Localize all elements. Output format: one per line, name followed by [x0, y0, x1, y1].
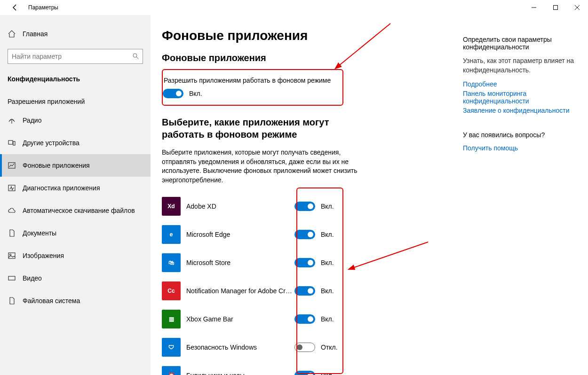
sidebar-item-icon [8, 251, 23, 260]
sidebar-item-3[interactable]: Диагностика приложения [0, 177, 151, 199]
svg-rect-9 [8, 253, 15, 258]
app-icon: Xd [162, 197, 181, 216]
app-row: ⏰Будильники и часыВкл. [162, 361, 463, 375]
app-list: XdAdobe XDВкл.eMicrosoft EdgeВкл.🛍Micros… [162, 192, 463, 375]
app-row: eMicrosoft EdgeВкл. [162, 220, 463, 249]
app-toggle-label: Вкл. [321, 259, 334, 266]
app-icon: 🛍 [162, 253, 181, 272]
window-controls [523, 0, 588, 15]
info-sub: Узнать, как этот параметр влияет на конф… [463, 56, 580, 75]
sidebar-item-4[interactable]: Автоматическое скачивание файлов [0, 199, 151, 222]
app-row: 🛡Безопасность WindowsОткл. [162, 333, 463, 361]
app-name: Microsoft Store [186, 259, 294, 266]
sidebar-home[interactable]: Главная [0, 23, 151, 45]
app-toggle[interactable] [294, 202, 315, 211]
sidebar-item-label: Радио [23, 117, 41, 124]
sidebar-item-icon [8, 274, 23, 282]
allow-label: Разрешить приложениям работать в фоновом… [163, 77, 335, 84]
svg-point-2 [133, 54, 137, 57]
sidebar-item-icon [8, 206, 23, 215]
minimize-button[interactable] [523, 0, 545, 15]
app-toggle-label: Вкл. [321, 315, 334, 323]
back-button[interactable] [8, 4, 23, 11]
sidebar-item-icon [8, 297, 23, 305]
info-title: Определить свои параметры конфиденциальн… [463, 36, 580, 51]
sidebar-item-icon [8, 139, 23, 147]
app-row: ▥Xbox Game BarВкл. [162, 305, 463, 333]
app-icon: e [162, 225, 181, 244]
titlebar: Параметры [0, 0, 588, 15]
app-toggle-label: Откл. [321, 344, 338, 351]
app-toggle-label: Вкл. [321, 203, 334, 210]
app-name: Безопасность Windows [186, 344, 294, 351]
info-link-1[interactable]: Панель мониторинга конфиденциальности [463, 90, 580, 105]
svg-point-10 [10, 254, 11, 256]
app-toggle[interactable] [294, 371, 315, 375]
master-toggle[interactable] [163, 89, 183, 98]
main-content: Фоновые приложения Фоновые приложения Ра… [151, 15, 588, 375]
sidebar-item-label: Изображения [23, 252, 64, 259]
app-row: CcNotification Manager for Adobe Cre…Вкл… [162, 277, 463, 305]
app-toggle-label: Вкл. [321, 372, 334, 375]
app-name: Будильники и часы [186, 372, 294, 375]
search-box[interactable] [8, 49, 143, 64]
app-icon: 🛡 [162, 338, 181, 357]
sidebar: Главная Конфиденциальность Разрешения пр… [0, 15, 151, 375]
sidebar-item-5[interactable]: Документы [0, 222, 151, 244]
section-title-2: Выберите, какие приложения могут работат… [162, 116, 364, 141]
sidebar-item-icon [8, 229, 23, 237]
sidebar-item-7[interactable]: Видео [0, 267, 151, 289]
svg-rect-1 [554, 6, 558, 10]
app-toggle-label: Вкл. [321, 287, 334, 295]
master-toggle-callout: Разрешить приложениям работать в фоновом… [162, 69, 343, 106]
sidebar-item-label: Автоматическое скачивание файлов [23, 207, 135, 214]
home-label: Главная [23, 30, 48, 38]
window-title: Параметры [28, 4, 58, 11]
info-link-2[interactable]: Заявление о конфиденциальности [463, 107, 580, 114]
search-icon [132, 53, 139, 61]
svg-rect-6 [13, 141, 15, 145]
sidebar-item-icon [8, 116, 23, 125]
sidebar-item-2[interactable]: Фоновые приложения [0, 154, 151, 177]
sidebar-item-label: Файловая система [23, 297, 80, 305]
svg-rect-11 [8, 276, 15, 280]
info-link-0[interactable]: Подробнее [463, 80, 580, 88]
sidebar-item-label: Другие устройства [23, 139, 79, 147]
search-input[interactable] [12, 53, 132, 60]
sidebar-item-label: Документы [23, 229, 56, 237]
app-row: 🛍Microsoft StoreВкл. [162, 249, 463, 277]
sidebar-item-label: Видео [23, 274, 42, 282]
back-arrow-icon [11, 4, 19, 11]
sidebar-item-0[interactable]: Радио [0, 109, 151, 132]
app-icon: ⏰ [162, 366, 181, 375]
sidebar-item-8[interactable]: Файловая система [0, 289, 151, 312]
info-q-label: У вас появились вопросы? [463, 131, 580, 139]
app-icon: ▥ [162, 310, 181, 328]
master-toggle-label: Вкл. [189, 90, 202, 97]
maximize-button[interactable] [545, 0, 566, 15]
app-toggle[interactable] [294, 230, 315, 239]
info-panel: Определить свои параметры конфиденциальн… [463, 28, 580, 375]
sidebar-item-icon [8, 184, 23, 192]
sidebar-nav-list: РадиоДругие устройстваФоновые приложения… [0, 109, 151, 312]
app-icon: Cc [162, 281, 181, 300]
app-toggle[interactable] [294, 314, 315, 324]
app-name: Adobe XD [186, 203, 294, 210]
sidebar-category: Конфиденциальность [0, 71, 151, 86]
app-name: Notification Manager for Adobe Cre… [186, 287, 294, 295]
sidebar-item-icon [8, 161, 23, 170]
app-toggle[interactable] [294, 258, 315, 267]
sidebar-item-1[interactable]: Другие устройства [0, 132, 151, 154]
close-button[interactable] [566, 0, 588, 15]
app-toggle[interactable] [294, 286, 315, 296]
sidebar-item-6[interactable]: Изображения [0, 244, 151, 267]
app-name: Microsoft Edge [186, 231, 294, 238]
section-desc: Выберите приложения, которые могут получ… [162, 148, 364, 185]
app-toggle-label: Вкл. [321, 231, 334, 238]
home-icon [8, 30, 23, 38]
svg-rect-5 [8, 141, 13, 144]
info-q-link[interactable]: Получить помощь [463, 144, 580, 152]
app-toggle[interactable] [294, 343, 315, 352]
sidebar-group-label: Разрешения приложений [0, 94, 151, 109]
section-title-1: Фоновые приложения [162, 53, 463, 63]
